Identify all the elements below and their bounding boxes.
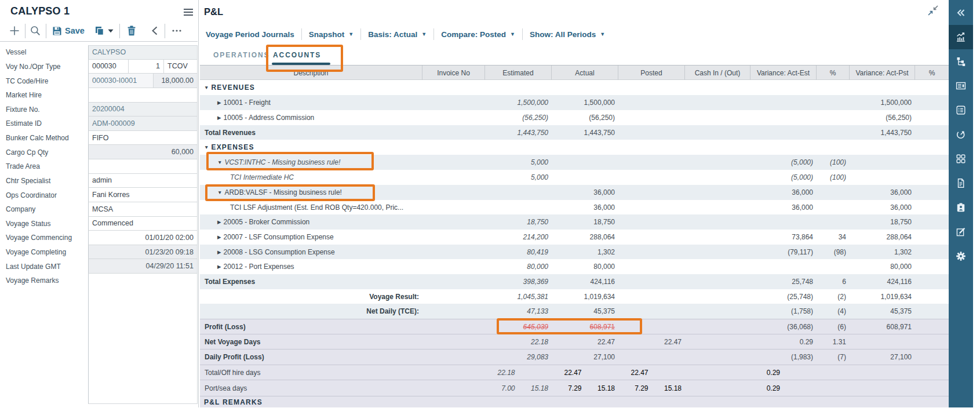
cell-value: 1,500,000 <box>485 95 552 110</box>
table-row[interactable]: Port/sea days7.0015.187.2915.187.2915.18… <box>200 380 949 396</box>
sidebar-button-gauge[interactable] <box>949 122 973 147</box>
triangle-collapsed-icon[interactable]: ▶ <box>217 100 221 105</box>
table-row[interactable]: ▼VCST:INTHC - Missing business rule!5,00… <box>200 155 949 170</box>
column-header[interactable]: % <box>915 65 949 80</box>
chevron-down-icon: ▼ <box>421 31 427 37</box>
table-row[interactable]: Total Expenses398,369424,11625,7486424,1… <box>200 274 949 289</box>
field-value[interactable]: 000030 <box>88 60 129 74</box>
sidebar-button-collapse-sidebar[interactable] <box>949 1 973 25</box>
table-row[interactable]: Total Revenues1,443,7501,443,7501,443,75… <box>200 125 949 140</box>
field-value[interactable]: Fani Korres <box>88 188 198 202</box>
collapse-window-button[interactable] <box>926 4 940 18</box>
triangle-collapsed-icon[interactable]: ▶ <box>217 234 221 240</box>
column-header[interactable]: % <box>817 65 850 80</box>
table-row[interactable]: ▼REVENUES <box>200 80 949 95</box>
column-header[interactable]: Cash In / (Out) <box>685 65 751 80</box>
table-row[interactable]: ▶20005 - Broker Commission18,75018,75018… <box>200 214 949 230</box>
sidebar-button-edit-note[interactable] <box>949 220 973 244</box>
tab-accounts[interactable]: ACCOUNTS <box>273 51 321 59</box>
triangle-collapsed-icon[interactable]: ▶ <box>217 219 221 225</box>
table-row[interactable]: TCI LSF Adjustment (Est. End ROB Qty=420… <box>200 200 949 214</box>
delete-button[interactable] <box>127 21 136 41</box>
column-header[interactable]: Invoice No <box>422 65 485 80</box>
table-row[interactable]: ▶20008 - LSG Consumption Expense80,4191,… <box>200 245 949 259</box>
triangle-expanded-icon[interactable]: ▼ <box>204 85 209 90</box>
table-row[interactable]: P&L REMARKS <box>200 396 949 407</box>
new-button[interactable] <box>9 21 20 41</box>
table-row[interactable]: ▼EXPENSES <box>200 140 949 155</box>
triangle-expanded-icon[interactable]: ▼ <box>217 190 222 195</box>
column-header[interactable]: Actual <box>552 65 618 80</box>
sidebar-button-pnl-graph[interactable] <box>949 25 973 49</box>
field-value[interactable]: 04/29/20 11:51 <box>88 259 198 274</box>
sidebar-button-dashboard-grid[interactable] <box>949 147 973 171</box>
table-row[interactable]: ▶20007 - LSF Consumption Expense214,2002… <box>200 230 949 245</box>
table-row[interactable]: Net Voyage Days22.1822.4722.470.291.31 <box>200 334 949 349</box>
column-header[interactable]: Variance: Act-Pst <box>850 65 915 80</box>
pnl-toolbar-link[interactable]: Snapshot▼ <box>309 30 354 39</box>
field-value[interactable]: 000030-I0001 <box>88 74 154 88</box>
field-value[interactable]: Commenced <box>88 217 198 231</box>
search-button[interactable] <box>30 21 41 41</box>
pnl-toolbar-link[interactable]: Basis: Actual▼ <box>368 30 427 39</box>
table-header-row: DescriptionInvoice NoEstimatedActualPost… <box>200 65 949 80</box>
table-row[interactable]: ▶10001 - Freight1,500,0001,500,0001,500,… <box>200 95 949 110</box>
triangle-expanded-icon[interactable]: ▼ <box>217 159 222 165</box>
tab-operations[interactable]: OPERATIONS <box>213 51 269 59</box>
copy-button[interactable] <box>94 21 114 41</box>
column-header[interactable]: Description <box>200 65 422 80</box>
triangle-collapsed-icon[interactable]: ▶ <box>217 249 221 255</box>
field-value[interactable]: MCSA <box>88 202 198 217</box>
field-value[interactable]: ADM-000009 <box>88 117 198 131</box>
table-row[interactable]: ▶20012 - Port Expenses80,00080,00080,000 <box>200 259 949 274</box>
triangle-collapsed-icon[interactable]: ▶ <box>217 264 221 270</box>
more-button[interactable] <box>172 21 182 41</box>
column-header[interactable]: Posted <box>618 65 685 80</box>
table-row[interactable]: ▼ARDB:VALSF - Missing business rule!36,0… <box>200 185 949 200</box>
cell-value: 36,000 <box>850 200 915 214</box>
table-row[interactable]: Profit (Loss)645,039608,971(36,068)(6)60… <box>200 319 949 334</box>
sidebar-button-document[interactable] <box>949 171 973 195</box>
triangle-collapsed-icon[interactable]: ▶ <box>217 115 221 121</box>
table-row[interactable]: TCI Intermediate HC5,000(5,000)(100) <box>200 170 949 185</box>
pnl-toolbar-link[interactable]: Show: All Periods▼ <box>530 30 605 39</box>
table-row[interactable]: Voyage Result:1,045,3811,019,634(25,748)… <box>200 289 949 304</box>
field-value[interactable]: FIFO <box>88 131 198 145</box>
pnl-toolbar-link[interactable]: Compare: Posted▼ <box>441 30 515 39</box>
row-description: ▶20012 - Port Expenses <box>200 259 422 274</box>
field-value[interactable]: 01/23/20 09:18 <box>88 245 198 260</box>
save-button[interactable]: Save <box>52 21 85 41</box>
back-button[interactable] <box>151 21 159 41</box>
triangle-expanded-icon[interactable]: ▼ <box>204 144 209 150</box>
sidebar-button-activity-tree[interactable] <box>949 49 973 74</box>
sidebar-button-checklist[interactable] <box>949 98 973 122</box>
table-row[interactable]: Daily Profit (Loss)29,08327,100(1,983)(7… <box>200 349 949 365</box>
field-value[interactable]: 20200004 <box>88 103 198 117</box>
field-value[interactable] <box>88 88 198 103</box>
field-value[interactable]: 1 <box>129 60 164 74</box>
field-value[interactable]: admin <box>88 174 198 188</box>
field-value[interactable]: TCOV <box>164 60 198 74</box>
field-value[interactable] <box>88 159 198 174</box>
cell-value: (36,068) <box>751 319 817 334</box>
column-header[interactable]: Estimated <box>485 65 552 80</box>
field-value[interactable]: 18,000.00 <box>154 74 198 88</box>
sidebar-button-news[interactable] <box>949 74 973 98</box>
menu-icon[interactable] <box>184 9 193 16</box>
pnl-toolbar-link[interactable]: Voyage Period Journals <box>206 30 294 39</box>
table-row[interactable]: Total/Off hire days22.1822.4722.470.29 <box>200 365 949 380</box>
row-description-text: Voyage Result: <box>369 293 419 301</box>
sidebar-button-settings-gear[interactable] <box>949 244 973 268</box>
field-value[interactable]: CALYPSO <box>88 45 198 60</box>
table-row[interactable]: Net Daily (TCE):47,13345,375(1,758)(4)45… <box>200 304 949 319</box>
pnl-toolbar: Voyage Period JournalsSnapshot▼Basis: Ac… <box>206 27 605 41</box>
gauge-icon <box>956 129 966 140</box>
field-value[interactable]: 01/01/20 02:00 <box>88 231 198 245</box>
table-row[interactable]: ▶10005 - Address Commission(56,250)(56,2… <box>200 110 949 125</box>
column-header[interactable]: Variance: Act-Est <box>751 65 817 80</box>
dashboard-grid-icon <box>956 154 966 164</box>
sidebar-button-id-card[interactable] <box>949 195 973 220</box>
field-value[interactable]: 60,000 <box>88 145 198 159</box>
field-label: Voyage Remarks <box>6 274 86 288</box>
field-value[interactable] <box>88 274 198 404</box>
